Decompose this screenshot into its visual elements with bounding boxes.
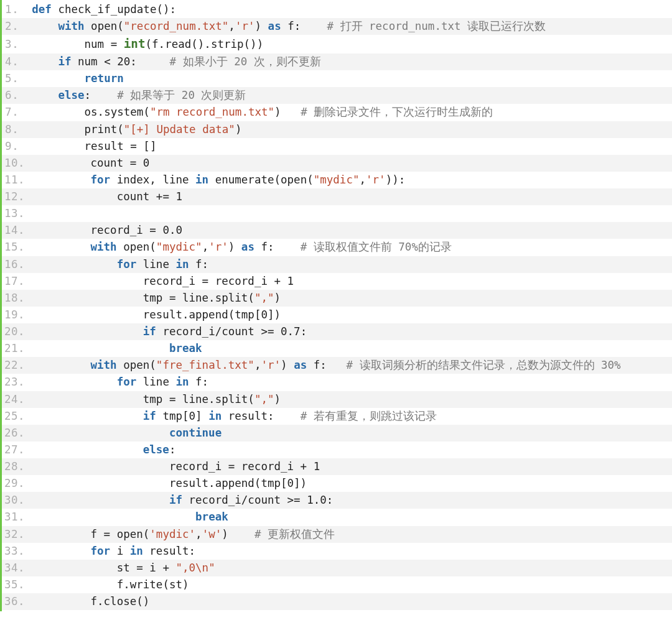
code-token-p: tmp = line.split( <box>143 292 254 304</box>
code-token-p: , <box>202 241 209 253</box>
code-token-kw: as <box>241 241 254 253</box>
code-token-p: , <box>359 173 366 186</box>
code-line: 22. with open("fre_final.txt",'r') as f:… <box>2 357 672 374</box>
code-line: 26. continue <box>2 425 672 442</box>
code-line: 11. for index, line in enumerate(open("m… <box>2 172 672 188</box>
code-token-str: "mydic" <box>156 241 202 253</box>
code-token-str: 'r' <box>261 359 281 371</box>
code-token-p <box>38 207 45 220</box>
code-token-kw: return <box>85 72 124 85</box>
line-number: 1. <box>4 1 19 18</box>
code-line: 19. result.append(tmp[0]) <box>2 307 672 323</box>
code-line: 1. def check_if_update(): <box>2 1 672 18</box>
code-token-p: ) <box>228 241 241 253</box>
code-line: 23. for line in f: <box>2 374 672 391</box>
code-token-p: record_i = record_i + 1 <box>169 460 320 473</box>
code-line: 3. num = int(f.read().strip()) <box>2 35 672 53</box>
line-number: 24. <box>4 391 25 408</box>
code-line: 17. record_i = record_i + 1 <box>2 273 672 290</box>
code-token-p: , <box>195 528 202 540</box>
line-number: 28. <box>4 458 25 475</box>
code-token-p: print( <box>85 123 124 136</box>
code-line: 5. return <box>2 70 672 87</box>
line-number: 35. <box>4 576 25 593</box>
code-line: 4. if num < 20: # 如果小于 20 次，则不更新 <box>2 53 672 70</box>
code-token-cmt: # 删除记录文件，下次运行时生成新的 <box>301 106 493 118</box>
code-token-kw: continue <box>169 427 222 439</box>
code-token-bint: int <box>124 37 146 51</box>
line-number: 16. <box>4 256 25 273</box>
code-token-p: record_i/count >= 1.0: <box>182 494 333 506</box>
line-number: 14. <box>4 222 25 239</box>
line-number: 19. <box>4 307 25 323</box>
code-token-p: f: <box>307 359 346 371</box>
code-token-p: count += 1 <box>117 190 182 203</box>
code-token-str: "rm record_num.txt" <box>150 106 274 118</box>
code-token-cmt: # 读取权值文件前 70%的记录 <box>301 241 452 253</box>
line-number: 25. <box>4 408 25 425</box>
code-token-p: enumerate(open( <box>208 173 314 186</box>
code-token-p: open( <box>117 241 156 253</box>
code-token-kw: as <box>268 20 281 32</box>
line-number: 12. <box>4 188 25 205</box>
code-token-str: ",0\n" <box>175 562 215 574</box>
code-token-p: record_i/count >= 0.7: <box>156 325 307 338</box>
code-line: 13. <box>2 205 672 222</box>
line-number: 27. <box>4 442 25 458</box>
code-line: 30. if record_i/count >= 1.0: <box>2 492 672 509</box>
code-block: 1. def check_if_update():2. with open("r… <box>0 0 672 611</box>
code-token-p: , <box>254 359 261 371</box>
code-token-p: ) <box>274 393 281 405</box>
code-token-str: "," <box>254 393 274 405</box>
code-line: 6. else: # 如果等于 20 次则更新 <box>2 87 672 104</box>
code-token-p: tmp = line.split( <box>143 393 254 405</box>
code-token-str: "[+] Update data" <box>124 123 235 136</box>
line-number: 36. <box>4 593 25 610</box>
code-token-kw: for <box>117 376 137 388</box>
code-line: 28. record_i = record_i + 1 <box>2 458 672 475</box>
code-token-kw: def <box>32 3 52 16</box>
code-token-p: f.close() <box>90 595 149 608</box>
code-token-p: num = <box>85 38 124 50</box>
code-token-cmt: # 更新权值文件 <box>254 528 335 540</box>
code-token-p: : <box>169 443 176 456</box>
code-line: 27. else: <box>2 442 672 458</box>
code-line: 31. break <box>2 509 672 525</box>
line-number: 17. <box>4 273 25 290</box>
code-token-p: f: <box>254 241 301 253</box>
code-token-kw: for <box>90 173 110 186</box>
code-token-p: ) <box>255 20 268 32</box>
code-line: 29. result.append(tmp[0]) <box>2 475 672 492</box>
code-token-p: st = i + <box>117 562 176 574</box>
code-token-p: (f.read().strip()) <box>146 38 264 50</box>
code-token-p: f: <box>189 376 209 388</box>
line-number: 7. <box>4 104 19 121</box>
code-token-str: 'mydic' <box>149 528 195 540</box>
code-token-kw: break <box>169 342 202 354</box>
code-token-str: 'r' <box>366 173 386 186</box>
line-number: 13. <box>4 205 25 222</box>
code-token-str: 'w' <box>202 528 222 540</box>
code-token-p: num < 20: <box>71 55 169 68</box>
code-token-p: f.write(st) <box>117 578 189 591</box>
code-line: 25. if tmp[0] in result: # 若有重复，则跳过该记录 <box>2 408 672 425</box>
code-line: 32. f = open('mydic','w') # 更新权值文件 <box>2 526 672 543</box>
code-token-cmt: # 如果等于 20 次则更新 <box>117 89 246 101</box>
code-token-cmt: # 若有重复，则跳过该记录 <box>301 410 437 422</box>
code-line: 33. for i in result: <box>2 543 672 560</box>
code-line: 24. tmp = line.split(",") <box>2 391 672 408</box>
code-token-p: record_i = 0.0 <box>90 224 182 236</box>
code-token-str: "record_num.txt" <box>124 20 229 32</box>
code-line: 15. with open("mydic",'r') as f: # 读取权值文… <box>2 239 672 256</box>
line-number: 3. <box>4 36 19 53</box>
code-token-kw: in <box>208 410 222 422</box>
code-token-str: "fre_final.txt" <box>156 359 254 371</box>
line-number: 30. <box>4 492 25 509</box>
code-token-p: result: <box>143 545 195 557</box>
code-token-cmt: # 如果小于 20 次，则不更新 <box>170 55 321 68</box>
code-token-p: result = [] <box>85 140 157 152</box>
code-token-str: "," <box>254 292 274 304</box>
line-number: 33. <box>4 543 25 560</box>
line-number: 8. <box>4 121 19 138</box>
code-token-p: f: <box>281 20 327 32</box>
